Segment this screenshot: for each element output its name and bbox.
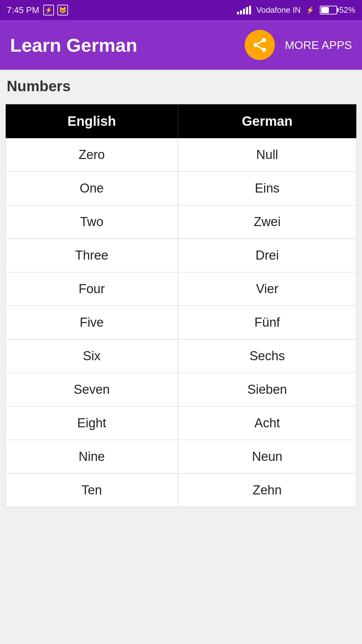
more-apps-button[interactable]: MORE APPS [285, 39, 352, 52]
german-cell: Eins [178, 172, 357, 205]
table-row: FourVier [6, 272, 357, 306]
english-cell: Ten [6, 474, 178, 507]
carrier-name: Vodafone IN [256, 5, 301, 15]
svg-line-4 [257, 41, 262, 44]
header-right: MORE APPS [245, 30, 352, 60]
table-body: ZeroNullOneEinsTwoZweiThreeDreiFourVierF… [6, 138, 357, 507]
share-icon [251, 37, 268, 53]
battery-percentage: 52% [339, 5, 355, 15]
english-cell: Two [6, 205, 178, 239]
notification-icon: 🐱 [57, 5, 68, 15]
col-english: English [6, 104, 178, 139]
share-button[interactable] [245, 30, 275, 60]
english-cell: Six [6, 339, 178, 373]
english-cell: Zero [6, 138, 178, 172]
section-title: Numbers [5, 78, 357, 95]
svg-line-3 [257, 46, 262, 49]
german-cell: Sechs [178, 339, 357, 373]
battery-indicator: 52% [320, 5, 355, 15]
status-right: Vodafone IN ⚡ 52% [237, 5, 355, 15]
english-cell: Five [6, 306, 178, 339]
charging-icon: ⚡ [306, 6, 314, 14]
svg-point-0 [262, 38, 266, 42]
content-area: Numbers English German ZeroNullOneEinsTw… [0, 70, 362, 644]
english-cell: Seven [6, 373, 178, 407]
english-cell: Eight [6, 407, 178, 440]
german-cell: Acht [178, 407, 357, 440]
app-title: Learn German [10, 34, 137, 56]
status-icons: ⚡ 🐱 [43, 5, 68, 15]
svg-point-2 [262, 48, 266, 52]
status-left: 7:45 PM ⚡ 🐱 [7, 5, 68, 15]
table-row: SevenSieben [6, 373, 357, 407]
app-header: Learn German MORE APPS [0, 20, 362, 70]
german-cell: Zwei [178, 205, 357, 239]
table-row: ThreeDrei [6, 239, 357, 272]
signal-icon [237, 6, 251, 14]
english-cell: Nine [6, 440, 178, 474]
table-row: ZeroNull [6, 138, 357, 172]
german-cell: Vier [178, 272, 357, 306]
english-cell: One [6, 172, 178, 205]
svg-point-1 [253, 43, 258, 47]
table-row: TwoZwei [6, 205, 357, 239]
numbers-table: English German ZeroNullOneEinsTwoZweiThr… [5, 104, 357, 507]
german-cell: Drei [178, 239, 357, 272]
english-cell: Three [6, 239, 178, 272]
status-time: 7:45 PM [7, 5, 39, 15]
table-row: TenZehn [6, 474, 357, 507]
german-cell: Sieben [178, 373, 357, 407]
table-row: NineNeun [6, 440, 357, 474]
table-row: SixSechs [6, 339, 357, 373]
battery-saver-icon: ⚡ [43, 5, 54, 15]
table-row: OneEins [6, 172, 357, 205]
english-cell: Four [6, 272, 178, 306]
status-bar: 7:45 PM ⚡ 🐱 Vodafone IN ⚡ 52% [0, 0, 362, 20]
german-cell: Neun [178, 440, 357, 474]
table-row: EightAcht [6, 407, 357, 440]
german-cell: Null [178, 138, 357, 172]
col-german: German [178, 104, 357, 139]
german-cell: Zehn [178, 474, 357, 507]
table-row: FiveFünf [6, 306, 357, 339]
german-cell: Fünf [178, 306, 357, 339]
